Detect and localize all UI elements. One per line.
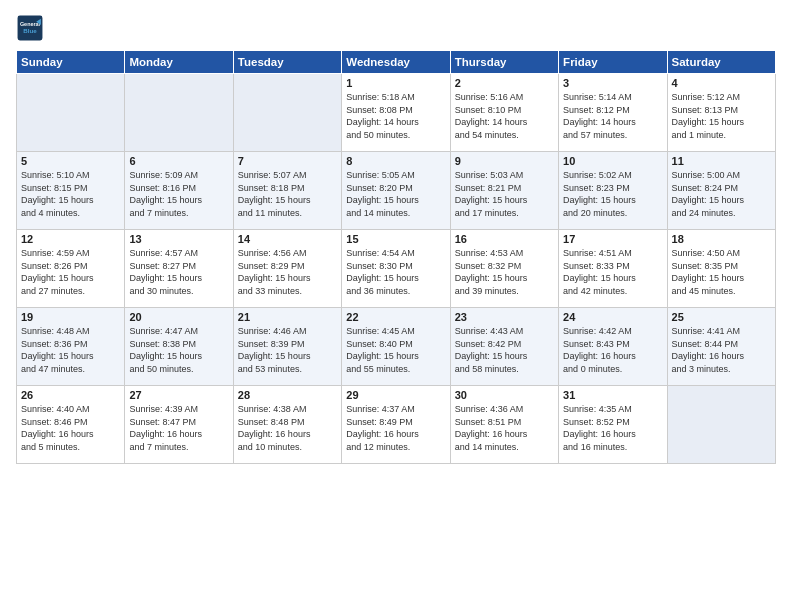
day-info: Sunrise: 4:35 AM Sunset: 8:52 PM Dayligh… <box>563 403 662 453</box>
day-info: Sunrise: 4:40 AM Sunset: 8:46 PM Dayligh… <box>21 403 120 453</box>
day-number: 26 <box>21 389 120 401</box>
day-info: Sunrise: 4:41 AM Sunset: 8:44 PM Dayligh… <box>672 325 771 375</box>
calendar-cell: 16Sunrise: 4:53 AM Sunset: 8:32 PM Dayli… <box>450 230 558 308</box>
day-info: Sunrise: 4:37 AM Sunset: 8:49 PM Dayligh… <box>346 403 445 453</box>
day-number: 21 <box>238 311 337 323</box>
calendar-cell: 22Sunrise: 4:45 AM Sunset: 8:40 PM Dayli… <box>342 308 450 386</box>
day-info: Sunrise: 4:39 AM Sunset: 8:47 PM Dayligh… <box>129 403 228 453</box>
calendar-cell: 13Sunrise: 4:57 AM Sunset: 8:27 PM Dayli… <box>125 230 233 308</box>
day-info: Sunrise: 4:45 AM Sunset: 8:40 PM Dayligh… <box>346 325 445 375</box>
calendar-cell: 12Sunrise: 4:59 AM Sunset: 8:26 PM Dayli… <box>17 230 125 308</box>
day-info: Sunrise: 4:56 AM Sunset: 8:29 PM Dayligh… <box>238 247 337 297</box>
calendar-cell: 26Sunrise: 4:40 AM Sunset: 8:46 PM Dayli… <box>17 386 125 464</box>
week-row-5: 26Sunrise: 4:40 AM Sunset: 8:46 PM Dayli… <box>17 386 776 464</box>
day-number: 17 <box>563 233 662 245</box>
calendar-cell: 15Sunrise: 4:54 AM Sunset: 8:30 PM Dayli… <box>342 230 450 308</box>
day-number: 16 <box>455 233 554 245</box>
day-info: Sunrise: 5:07 AM Sunset: 8:18 PM Dayligh… <box>238 169 337 219</box>
svg-text:Blue: Blue <box>23 27 37 34</box>
calendar-table: SundayMondayTuesdayWednesdayThursdayFrid… <box>16 50 776 464</box>
day-info: Sunrise: 5:12 AM Sunset: 8:13 PM Dayligh… <box>672 91 771 141</box>
calendar-cell: 9Sunrise: 5:03 AM Sunset: 8:21 PM Daylig… <box>450 152 558 230</box>
day-number: 8 <box>346 155 445 167</box>
day-info: Sunrise: 4:42 AM Sunset: 8:43 PM Dayligh… <box>563 325 662 375</box>
day-number: 13 <box>129 233 228 245</box>
day-info: Sunrise: 4:54 AM Sunset: 8:30 PM Dayligh… <box>346 247 445 297</box>
day-number: 20 <box>129 311 228 323</box>
day-number: 18 <box>672 233 771 245</box>
day-number: 15 <box>346 233 445 245</box>
day-number: 6 <box>129 155 228 167</box>
calendar-cell: 24Sunrise: 4:42 AM Sunset: 8:43 PM Dayli… <box>559 308 667 386</box>
day-info: Sunrise: 4:50 AM Sunset: 8:35 PM Dayligh… <box>672 247 771 297</box>
calendar-cell: 2Sunrise: 5:16 AM Sunset: 8:10 PM Daylig… <box>450 74 558 152</box>
calendar-cell: 31Sunrise: 4:35 AM Sunset: 8:52 PM Dayli… <box>559 386 667 464</box>
day-info: Sunrise: 4:48 AM Sunset: 8:36 PM Dayligh… <box>21 325 120 375</box>
calendar-cell: 19Sunrise: 4:48 AM Sunset: 8:36 PM Dayli… <box>17 308 125 386</box>
day-number: 10 <box>563 155 662 167</box>
logo: General Blue <box>16 14 46 42</box>
header-cell-sunday: Sunday <box>17 51 125 74</box>
header-cell-monday: Monday <box>125 51 233 74</box>
day-info: Sunrise: 5:02 AM Sunset: 8:23 PM Dayligh… <box>563 169 662 219</box>
day-info: Sunrise: 5:14 AM Sunset: 8:12 PM Dayligh… <box>563 91 662 141</box>
calendar-cell: 4Sunrise: 5:12 AM Sunset: 8:13 PM Daylig… <box>667 74 775 152</box>
calendar-cell <box>667 386 775 464</box>
day-info: Sunrise: 4:43 AM Sunset: 8:42 PM Dayligh… <box>455 325 554 375</box>
calendar-cell <box>233 74 341 152</box>
day-number: 1 <box>346 77 445 89</box>
day-number: 3 <box>563 77 662 89</box>
day-number: 25 <box>672 311 771 323</box>
calendar-cell: 17Sunrise: 4:51 AM Sunset: 8:33 PM Dayli… <box>559 230 667 308</box>
day-number: 31 <box>563 389 662 401</box>
page: General Blue SundayMondayTuesdayWednesda… <box>0 0 792 612</box>
header: General Blue <box>16 14 776 42</box>
day-number: 27 <box>129 389 228 401</box>
day-info: Sunrise: 4:36 AM Sunset: 8:51 PM Dayligh… <box>455 403 554 453</box>
calendar-cell: 29Sunrise: 4:37 AM Sunset: 8:49 PM Dayli… <box>342 386 450 464</box>
week-row-4: 19Sunrise: 4:48 AM Sunset: 8:36 PM Dayli… <box>17 308 776 386</box>
calendar-cell: 21Sunrise: 4:46 AM Sunset: 8:39 PM Dayli… <box>233 308 341 386</box>
day-number: 9 <box>455 155 554 167</box>
header-cell-tuesday: Tuesday <box>233 51 341 74</box>
week-row-1: 1Sunrise: 5:18 AM Sunset: 8:08 PM Daylig… <box>17 74 776 152</box>
calendar-cell <box>125 74 233 152</box>
day-info: Sunrise: 4:59 AM Sunset: 8:26 PM Dayligh… <box>21 247 120 297</box>
day-number: 28 <box>238 389 337 401</box>
day-number: 11 <box>672 155 771 167</box>
header-row: SundayMondayTuesdayWednesdayThursdayFrid… <box>17 51 776 74</box>
calendar-cell: 23Sunrise: 4:43 AM Sunset: 8:42 PM Dayli… <box>450 308 558 386</box>
calendar-cell: 20Sunrise: 4:47 AM Sunset: 8:38 PM Dayli… <box>125 308 233 386</box>
day-number: 4 <box>672 77 771 89</box>
day-number: 30 <box>455 389 554 401</box>
calendar-cell: 1Sunrise: 5:18 AM Sunset: 8:08 PM Daylig… <box>342 74 450 152</box>
header-cell-friday: Friday <box>559 51 667 74</box>
day-number: 5 <box>21 155 120 167</box>
logo-icon: General Blue <box>16 14 44 42</box>
day-number: 7 <box>238 155 337 167</box>
calendar-cell: 30Sunrise: 4:36 AM Sunset: 8:51 PM Dayli… <box>450 386 558 464</box>
day-number: 22 <box>346 311 445 323</box>
day-number: 14 <box>238 233 337 245</box>
day-number: 19 <box>21 311 120 323</box>
calendar-cell <box>17 74 125 152</box>
day-number: 24 <box>563 311 662 323</box>
calendar-cell: 14Sunrise: 4:56 AM Sunset: 8:29 PM Dayli… <box>233 230 341 308</box>
day-info: Sunrise: 5:16 AM Sunset: 8:10 PM Dayligh… <box>455 91 554 141</box>
header-cell-thursday: Thursday <box>450 51 558 74</box>
calendar-cell: 6Sunrise: 5:09 AM Sunset: 8:16 PM Daylig… <box>125 152 233 230</box>
week-row-2: 5Sunrise: 5:10 AM Sunset: 8:15 PM Daylig… <box>17 152 776 230</box>
day-number: 2 <box>455 77 554 89</box>
calendar-cell: 5Sunrise: 5:10 AM Sunset: 8:15 PM Daylig… <box>17 152 125 230</box>
day-info: Sunrise: 5:00 AM Sunset: 8:24 PM Dayligh… <box>672 169 771 219</box>
calendar-cell: 28Sunrise: 4:38 AM Sunset: 8:48 PM Dayli… <box>233 386 341 464</box>
day-info: Sunrise: 4:47 AM Sunset: 8:38 PM Dayligh… <box>129 325 228 375</box>
day-info: Sunrise: 5:09 AM Sunset: 8:16 PM Dayligh… <box>129 169 228 219</box>
day-info: Sunrise: 4:46 AM Sunset: 8:39 PM Dayligh… <box>238 325 337 375</box>
calendar-cell: 7Sunrise: 5:07 AM Sunset: 8:18 PM Daylig… <box>233 152 341 230</box>
header-cell-saturday: Saturday <box>667 51 775 74</box>
calendar-cell: 11Sunrise: 5:00 AM Sunset: 8:24 PM Dayli… <box>667 152 775 230</box>
calendar-cell: 25Sunrise: 4:41 AM Sunset: 8:44 PM Dayli… <box>667 308 775 386</box>
day-number: 12 <box>21 233 120 245</box>
week-row-3: 12Sunrise: 4:59 AM Sunset: 8:26 PM Dayli… <box>17 230 776 308</box>
